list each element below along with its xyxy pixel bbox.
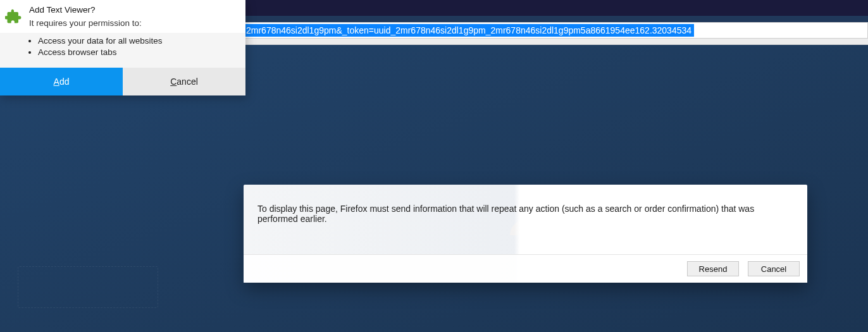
resend-cancel-button[interactable]: Cancel [748, 261, 800, 276]
extension-prompt-subtitle: It requires your permission to: [29, 18, 142, 28]
extension-permissions-list: Access your data for all websites Access… [0, 33, 245, 67]
resend-button[interactable]: Resend [687, 261, 739, 276]
toolbar-shelf [244, 39, 868, 45]
extension-cancel-button[interactable]: Cancel [123, 68, 245, 95]
puzzle-piece-icon [5, 8, 23, 25]
permission-item: Access your data for all websites [38, 35, 237, 47]
url-selected-text: 2mr678n46si2dl1g9pm&_token=uuid_2mr678n4… [244, 24, 694, 37]
page-decor-box [18, 266, 158, 308]
extension-prompt-title: Add Text Viewer? [29, 4, 142, 16]
extension-add-button[interactable]: Add [0, 68, 123, 95]
permission-item: Access browser tabs [38, 47, 237, 58]
resend-message: To display this page, Firefox must send … [244, 185, 807, 254]
extension-install-prompt: Add Text Viewer? It requires your permis… [0, 0, 245, 95]
resend-dialog: To display this page, Firefox must send … [244, 185, 807, 283]
resend-dialog-footer: Resend Cancel [244, 254, 807, 283]
